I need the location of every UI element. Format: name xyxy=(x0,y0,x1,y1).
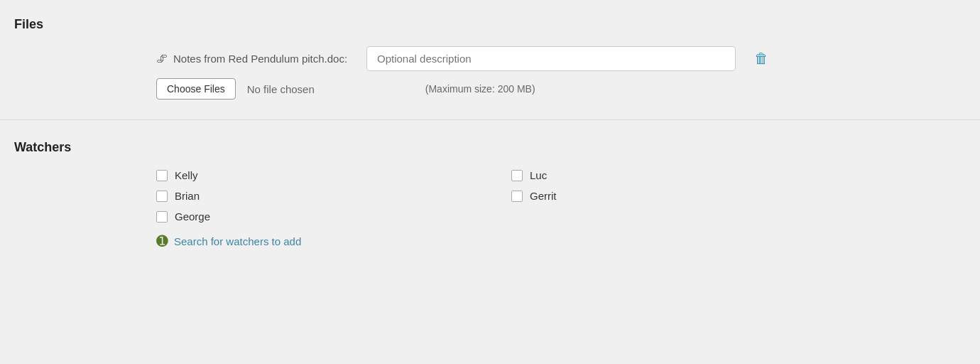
delete-icon[interactable]: 🗑 xyxy=(754,50,768,67)
file-description-input[interactable] xyxy=(366,46,736,71)
paperclip-icon: 🖇 xyxy=(156,53,168,65)
watcher-label-kelly: Kelly xyxy=(175,169,198,181)
max-size-label: (Maximum size: 200 MB) xyxy=(425,83,535,95)
file-name-area: 🖇 Notes from Red Pendulum pitch.doc: xyxy=(156,53,355,65)
watcher-item-left: George xyxy=(156,210,511,223)
watcher-item-right: Luc xyxy=(511,169,866,181)
no-file-label: No file chosen xyxy=(247,83,315,95)
watcher-item-left: Kelly xyxy=(156,169,511,181)
add-watcher-link[interactable]: Search for watchers to add xyxy=(174,235,301,247)
watchers-section-title: Watchers xyxy=(14,140,966,155)
watcher-checkbox-gerrit[interactable] xyxy=(511,191,523,202)
file-input-row: Choose Files No file chosen (Maximum siz… xyxy=(156,78,966,100)
choose-files-button[interactable]: Choose Files xyxy=(156,78,236,100)
watcher-label-gerrit: Gerrit xyxy=(530,190,557,202)
files-section-title: Files xyxy=(14,17,966,32)
watcher-checkbox-george[interactable] xyxy=(156,211,168,223)
watchers-column-right: LucGerrit xyxy=(511,169,866,248)
file-name: Notes from Red Pendulum pitch.doc: xyxy=(173,53,347,65)
watcher-label-george: George xyxy=(175,210,210,223)
watcher-item-right: Gerrit xyxy=(511,190,866,202)
watchers-column-left: KellyBrianGeorge ➊ Search for watchers t… xyxy=(156,169,511,248)
watcher-checkbox-luc[interactable] xyxy=(511,170,523,181)
watcher-label-luc: Luc xyxy=(530,169,547,181)
watcher-checkbox-kelly[interactable] xyxy=(156,170,168,181)
file-row: 🖇 Notes from Red Pendulum pitch.doc: 🗑 xyxy=(156,46,966,71)
add-watcher-row: ➊ Search for watchers to add xyxy=(156,234,511,248)
watcher-checkbox-brian[interactable] xyxy=(156,191,168,202)
watchers-section: Watchers KellyBrianGeorge ➊ Search for w… xyxy=(0,120,980,271)
files-section: Files 🖇 Notes from Red Pendulum pitch.do… xyxy=(0,0,980,119)
watchers-layout: KellyBrianGeorge ➊ Search for watchers t… xyxy=(156,169,966,248)
watcher-item-left: Brian xyxy=(156,190,511,202)
add-watcher-icon: ➊ xyxy=(156,234,168,248)
watcher-label-brian: Brian xyxy=(175,190,200,202)
